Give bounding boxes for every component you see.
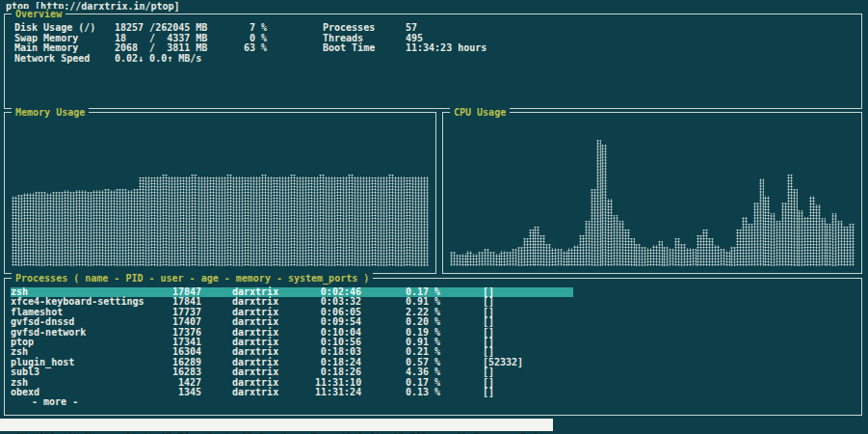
metric-value: 0.02↓ 0.0↑ MB/s [115, 54, 228, 65]
overview-panel-title: Overview [12, 9, 66, 19]
process-ports: [] [444, 378, 573, 388]
stat-processes: Processes 57 [323, 23, 487, 34]
memory-usage-panel: Memory Usage [4, 112, 436, 274]
process-name: gvfsd-network [11, 328, 165, 338]
stat-value: 57 [406, 23, 487, 34]
cpu-usage-panel-title: CPU Usage [450, 107, 510, 118]
status-bar: ^K:Kill ^N:Memory Sort ^T:Time Sort ^R:R… [0, 419, 553, 431]
process-ports: [] [444, 317, 573, 327]
process-ports: [] [444, 297, 573, 307]
process-ports: [52332] [444, 358, 573, 367]
terminal-screen: { "window": { "title": "ptop [http://dar… [0, 0, 868, 434]
overview-row-main-memory: Main Memory 2068 / 3811 MB 63 % [14, 43, 267, 54]
metric-percent: 63 % [228, 43, 267, 54]
process-ports: [] [444, 388, 573, 397]
metric-label: Main Memory [14, 43, 115, 54]
more-indicator: - more - [11, 397, 573, 407]
metric-label: Network Speed [14, 54, 115, 65]
metric-value: 2068 / 3811 MB [115, 43, 228, 54]
process-pid: 1345 [165, 388, 201, 397]
metric-value: 18257 /262045 MB [115, 23, 228, 34]
metric-percent [228, 54, 267, 65]
processes-panel: Processes ( name - PID - user - age - me… [4, 278, 862, 416]
overview-panel: Overview Disk Usage (/) 18257 /262045 MB… [4, 14, 862, 109]
stat-boot-time: Boot Time 11:34:23 hours [323, 43, 487, 54]
chart-column [423, 176, 429, 266]
process-ports: [] [444, 308, 573, 317]
memory-usage-chart [12, 125, 429, 266]
chart-column [849, 224, 855, 266]
process-ports: [] [444, 338, 573, 347]
metric-label: Disk Usage (/) [14, 23, 115, 34]
stat-value: 11:34:23 hours [406, 43, 487, 54]
process-table: zsh 17847 darxtrix 0:02:46 0.17 % [] xfc… [11, 287, 573, 408]
process-ports: [] [444, 367, 573, 377]
process-name: ptop [11, 338, 165, 347]
process-ports: [] [444, 287, 573, 297]
cpu-usage-panel: CPU Usage [442, 112, 862, 274]
stat-label: Processes [323, 23, 406, 34]
processes-panel-title: Processes ( name - PID - user - age - me… [12, 273, 373, 284]
process-row[interactable]: obexd 1345 darxtrix 11:31:24 0.13 % [] [11, 388, 573, 397]
process-age: 11:31:24 [315, 388, 361, 397]
memory-usage-panel-title: Memory Usage [12, 107, 89, 118]
process-ports: [] [444, 328, 573, 338]
overview-metrics: Disk Usage (/) 18257 /262045 MB 7 % Swap… [14, 23, 267, 64]
overview-stats: Processes 57 Threads 495 Boot Time 11:34… [323, 23, 487, 54]
process-user: darxtrix [201, 388, 315, 397]
process-name: subl3 [11, 367, 165, 377]
metric-percent: 7 % [228, 23, 267, 34]
overview-row-network: Network Speed 0.02↓ 0.0↑ MB/s [14, 54, 267, 65]
overview-row-disk: Disk Usage (/) 18257 /262045 MB 7 % [14, 23, 267, 34]
stat-label: Boot Time [323, 43, 406, 54]
cpu-usage-chart [450, 125, 855, 266]
process-memory: 0.13 % [361, 388, 444, 397]
